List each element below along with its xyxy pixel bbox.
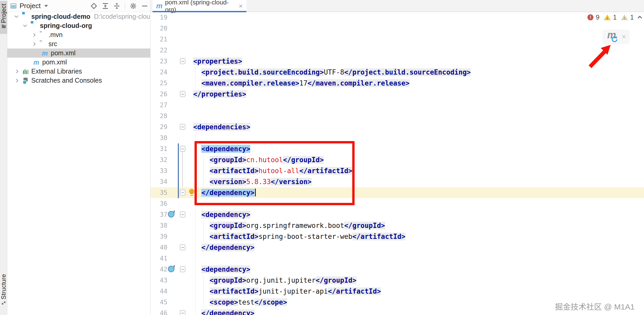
code-line-34[interactable]: 34<version>5.8.33</version>	[151, 176, 644, 187]
fold-start-icon[interactable]	[180, 146, 185, 152]
code-line-25[interactable]: 25<maven.compiler.release>17</maven.comp…	[151, 78, 644, 89]
maven-dependency-gutter-icon[interactable]: ↑	[168, 211, 174, 217]
line-number: 23	[151, 56, 167, 67]
tree-item-pom-xml[interactable]: mpom.xml	[7, 49, 150, 58]
up-arrow-icon: ↑	[173, 264, 175, 269]
code-line-30[interactable]: 30	[151, 132, 644, 143]
chevron-expanded-icon[interactable]	[15, 14, 18, 18]
tree-item-scratches-and-consoles[interactable]: Scratches and Consoles	[7, 76, 150, 85]
tree-item-spring-cloud-org[interactable]: spring-cloud-org	[7, 21, 150, 30]
chevron-up-icon[interactable]	[638, 16, 642, 20]
fold-end-icon[interactable]	[180, 91, 185, 97]
code-token: </groupId>	[316, 276, 357, 284]
code-token: </version>	[271, 178, 312, 186]
locate-icon[interactable]	[90, 3, 97, 9]
project-panel-header: Project	[7, 0, 150, 12]
tree-item-spring-cloud-demo[interactable]: spring-cloud-demoD:\code\spring-cloud-de…	[7, 12, 150, 21]
maven-reload-button[interactable]	[611, 36, 618, 44]
fold-end-icon[interactable]	[180, 190, 185, 196]
line-number: 35	[151, 187, 167, 198]
code-line-19[interactable]: 19	[151, 12, 644, 23]
editor: m pom.xml (spring-cloud-org) × 192021222…	[151, 0, 644, 315]
code-token: <artifactId>	[210, 167, 259, 175]
code-line-31[interactable]: 31<dependency>	[151, 143, 644, 154]
maven-icon: m	[33, 59, 40, 65]
code-line-39[interactable]: 39<artifactId>spring-boot-starter-web</a…	[151, 231, 644, 242]
project-panel-title[interactable]: Project	[20, 2, 41, 10]
maven-dependency-gutter-icon[interactable]: ↑	[168, 266, 174, 272]
tree-item-external-libraries[interactable]: External Libraries	[7, 67, 150, 76]
code-line-26[interactable]: 26</properties>	[151, 89, 644, 100]
close-icon[interactable]: ×	[239, 3, 243, 9]
chevron-down-icon[interactable]	[44, 5, 48, 7]
code-line-21[interactable]: 21	[151, 34, 644, 45]
line-number: 24	[151, 67, 167, 78]
stripe-button-structure[interactable]: Structure	[0, 274, 7, 306]
code-line-38[interactable]: 38<groupId>org.springframework.boot</gro…	[151, 220, 644, 231]
chevron-collapsed-icon[interactable]	[15, 78, 18, 82]
code-area[interactable]: 1920212223<properties>24<project.build.s…	[151, 12, 644, 315]
code-line-44[interactable]: 44<artifactId>junit-jupiter-api</artifac…	[151, 286, 644, 297]
collapse-all-icon[interactable]	[113, 3, 120, 9]
code-token: <artifactId>	[210, 233, 259, 240]
tree-item--mvn[interactable]: .mvn	[7, 30, 150, 39]
code-line-35[interactable]: 35</dependency>	[151, 187, 644, 198]
code-text: <properties>	[193, 56, 242, 67]
project-stripe-icon	[2, 25, 6, 28]
code-line-20[interactable]: 20	[151, 23, 644, 34]
line-number: 40	[151, 242, 167, 253]
line-number: 41	[151, 253, 167, 264]
line-number: 44	[151, 286, 167, 297]
code-token: </project.build.sourceEncoding>	[344, 68, 471, 76]
fold-end-icon[interactable]	[180, 244, 185, 250]
line-number: 25	[151, 78, 167, 89]
code-token: <properties>	[193, 57, 242, 65]
line-number: 33	[151, 165, 167, 176]
code-line-42[interactable]: 42↑<dependency>	[151, 264, 644, 275]
fold-start-icon[interactable]	[180, 58, 185, 64]
code-line-43[interactable]: 43<groupId>org.junit.jupiter</groupId>	[151, 275, 644, 286]
tab-pom-xml[interactable]: m pom.xml (spring-cloud-org) ×	[153, 0, 246, 12]
chevron-collapsed-icon[interactable]	[15, 69, 18, 73]
tree-item-src[interactable]: src	[7, 39, 150, 49]
code-line-40[interactable]: 40</dependency>	[151, 242, 644, 253]
code-line-22[interactable]: 22	[151, 45, 644, 56]
stripe-button-project[interactable]: Project	[0, 1, 7, 34]
line-number: 22	[151, 45, 167, 56]
tree-item-pom-xml[interactable]: mpom.xml	[7, 58, 150, 67]
code-line-28[interactable]: 28	[151, 111, 644, 122]
fold-end-icon[interactable]	[180, 310, 185, 315]
code-line-23[interactable]: 23<properties>	[151, 56, 644, 67]
chevron-collapsed-icon[interactable]	[32, 42, 35, 46]
code-line-33[interactable]: 33<artifactId>hutool-all</artifactId>	[151, 165, 644, 176]
settings-gear-icon[interactable]	[130, 3, 137, 9]
code-line-32[interactable]: 32<groupId>cn.hutool</groupId>	[151, 154, 644, 165]
chevron-collapsed-icon[interactable]	[32, 33, 35, 37]
code-line-41[interactable]: 41	[151, 253, 644, 264]
code-line-27[interactable]: 27	[151, 100, 644, 111]
maven-reload-popup: m ×	[603, 30, 629, 44]
stripe-structure-label: Structure	[0, 274, 7, 299]
expand-all-icon[interactable]	[102, 3, 109, 9]
tree-item-label: spring-cloud-org	[40, 22, 92, 29]
vcs-change-bar	[178, 154, 179, 165]
code-text: <dependencies>	[193, 122, 250, 132]
code-line-29[interactable]: 29<dependencies>	[151, 122, 644, 132]
code-token: </properties>	[193, 90, 246, 98]
fold-start-icon[interactable]	[180, 266, 185, 272]
hide-panel-icon[interactable]	[141, 3, 148, 9]
inspections-widget[interactable]: ! 9 ! 1 ! 1	[587, 14, 641, 21]
stripe-project-label: Project	[0, 4, 7, 23]
code-token: </groupId>	[283, 156, 324, 164]
code-text: <groupId>org.junit.jupiter</groupId>	[193, 275, 356, 286]
popup-close-icon[interactable]: ×	[622, 33, 626, 41]
fold-start-icon[interactable]	[180, 124, 185, 130]
code-line-24[interactable]: 24<project.build.sourceEncoding>UTF-8</p…	[151, 67, 644, 78]
code-text: <maven.compiler.release>17</maven.compil…	[193, 78, 410, 89]
code-line-36[interactable]: 36	[151, 198, 644, 209]
vcs-change-bar	[178, 143, 179, 154]
chevron-expanded-icon[interactable]	[23, 23, 27, 27]
weak-warning-count: 1	[630, 14, 634, 21]
code-line-37[interactable]: 37↑<dependency>	[151, 209, 644, 220]
fold-start-icon[interactable]	[180, 211, 185, 217]
